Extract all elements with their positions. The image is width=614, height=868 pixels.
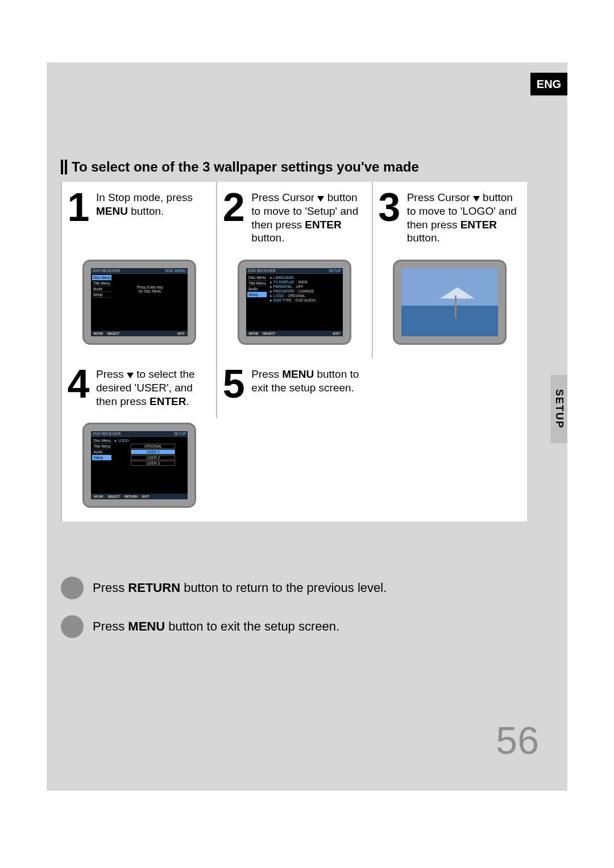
step-1-screenshot: DVD RECEIVER DISC MENU Disc Menu Title M… bbox=[61, 255, 216, 358]
step-text: Press MENU button to exit the setup scre… bbox=[251, 364, 368, 408]
tv-mode: SETUP bbox=[174, 432, 186, 436]
tv-title: DVD RECEIVER bbox=[93, 432, 121, 436]
tv-left-menu: Disc Menu Title Menu Audio Setup bbox=[246, 274, 268, 331]
step-text: Press to select the desired 'USER', and … bbox=[96, 364, 213, 408]
thumb-row-2: DVD RECEIVER SETUP Disc Menu Title Menu … bbox=[61, 418, 527, 521]
section-side-tab: SETUP bbox=[550, 375, 567, 443]
tv-left-menu: Disc Menu Title Menu Audio Setup bbox=[91, 274, 113, 331]
step-number: 5 bbox=[221, 364, 247, 408]
side-tab-label: SETUP bbox=[553, 389, 565, 429]
umbrella-icon bbox=[440, 287, 474, 299]
step-5: 5 Press MENU button to exit the setup sc… bbox=[216, 358, 371, 418]
section-title-text: To select one of the 3 wallpaper setting… bbox=[72, 159, 419, 175]
step-2: 2 Press Cursor button to move to 'Setup'… bbox=[216, 182, 371, 255]
tip-menu: Press MENU button to exit the setup scre… bbox=[61, 615, 527, 638]
step-4: 4 Press to select the desired 'USER', an… bbox=[61, 358, 216, 418]
step-3-screenshot bbox=[372, 255, 527, 358]
tv-logo-options: ▸ LOGO ORIGINAL USER 1 USER 2 USER 3 bbox=[113, 437, 188, 494]
step-text: In Stop mode, press MENU button. bbox=[96, 187, 213, 245]
tv-title: DVD RECEIVER bbox=[93, 269, 121, 273]
tv-mode: SETUP bbox=[329, 269, 341, 273]
tv-left-menu: Disc Menu Title Menu Audio Setup bbox=[91, 437, 113, 494]
thumb-row-1: DVD RECEIVER DISC MENU Disc Menu Title M… bbox=[61, 255, 527, 358]
tv-center: Press Enter key for Disc Menu bbox=[113, 274, 188, 331]
page-number: 56 bbox=[496, 718, 539, 762]
tip-text: Press MENU button to exit the setup scre… bbox=[93, 619, 339, 634]
footer-tips: Press RETURN button to return to the pre… bbox=[61, 577, 527, 654]
tip-return: Press RETURN button to return to the pre… bbox=[61, 577, 527, 599]
tv-settings-list: ▸ LANGUAGE ▸ TV DISPLAY: WIDE ▸ PARENTAL… bbox=[268, 274, 343, 331]
title-bars-icon bbox=[61, 160, 67, 174]
wallpaper-preview bbox=[401, 268, 498, 336]
bullet-icon bbox=[61, 577, 84, 599]
step-number: 2 bbox=[221, 187, 247, 245]
steps-area: 1 In Stop mode, press MENU button. 2 Pre… bbox=[61, 182, 527, 521]
step-4-screenshot: DVD RECEIVER SETUP Disc Menu Title Menu … bbox=[61, 418, 217, 521]
bullet-icon bbox=[61, 615, 84, 638]
step-number: 1 bbox=[65, 187, 92, 245]
manual-page: ENG To select one of the 3 wallpaper set… bbox=[47, 62, 567, 791]
step-row-2: 4 Press to select the desired 'USER', an… bbox=[61, 358, 527, 418]
tv-title: DVD RECEIVER bbox=[248, 269, 276, 273]
step-number: 3 bbox=[376, 187, 403, 245]
step-text: Press Cursor button to move to 'Setup' a… bbox=[251, 187, 368, 245]
language-badge: ENG bbox=[530, 73, 567, 95]
step-3: 3 Press Cursor button to move to 'LOGO' … bbox=[372, 182, 527, 255]
tip-text: Press RETURN button to return to the pre… bbox=[93, 581, 387, 595]
tv-footer: MOVE SELECT EXIT bbox=[246, 331, 343, 336]
tv-footer: MOVE SELECT RETURN EXIT bbox=[91, 494, 188, 499]
step-row-1: 1 In Stop mode, press MENU button. 2 Pre… bbox=[61, 182, 527, 255]
step-2-screenshot: DVD RECEIVER SETUP Disc Menu Title Menu … bbox=[216, 255, 371, 358]
step-text: Press Cursor button to move to 'LOGO' an… bbox=[407, 187, 524, 245]
tv-footer: MOVE SELECT EXIT bbox=[91, 331, 188, 336]
tv-mode: DISC MENU bbox=[165, 269, 185, 273]
step-1: 1 In Stop mode, press MENU button. bbox=[61, 182, 216, 255]
section-title: To select one of the 3 wallpaper setting… bbox=[61, 159, 419, 175]
step-number: 4 bbox=[65, 364, 92, 408]
